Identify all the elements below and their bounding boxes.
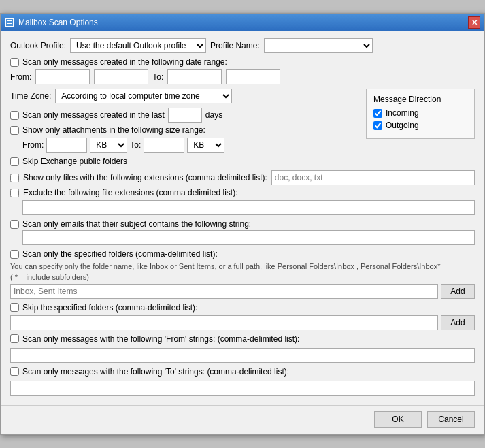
main-window: Mailbox Scan Options ✕ Outlook Profile: …: [0, 13, 485, 435]
specified-folders-add-button[interactable]: Add: [441, 284, 475, 299]
outgoing-label: Outgoing: [386, 121, 419, 130]
date-from-to-row: From: 3/ 1/2013 12:00:00 AI To: 4/ 1/201…: [10, 69, 475, 84]
attachment-size-label: Show only attachments in the following s…: [22, 125, 205, 135]
skip-folders-input[interactable]: [10, 315, 438, 330]
two-col-section: Time Zone: According to local computer t…: [10, 89, 475, 157]
ok-button[interactable]: OK: [374, 411, 422, 428]
file-ext-row: Show only files with the following exten…: [10, 170, 475, 185]
to-strings-label: Scan only messages with the following 'T…: [22, 367, 289, 377]
timezone-row: Time Zone: According to local computer t…: [10, 89, 356, 103]
subject-filter-row: Scan only emails that their subject cont…: [10, 219, 475, 229]
bottom-buttons: OK Cancel: [1, 405, 484, 434]
profile-name-label: Profile Name:: [210, 41, 260, 50]
size-from-unit[interactable]: KB: [90, 138, 127, 153]
specified-folders-label: Scan only the specified folders (comma-d…: [22, 249, 218, 259]
exclude-ext-checkbox[interactable]: [10, 189, 19, 197]
from-strings-checkbox[interactable]: [10, 334, 19, 343]
svg-rect-2: [7, 22, 12, 22]
timezone-select[interactable]: According to local computer time zone: [55, 89, 232, 103]
size-range-row: From: 0 KB To: 1000 KB: [22, 138, 356, 153]
skip-exchange-checkbox[interactable]: [10, 157, 19, 166]
last-days-label: Scan only messages created in the last: [22, 110, 165, 120]
from-time-input[interactable]: 12:00:00 AI: [94, 69, 148, 84]
to-strings-section: Scan only messages with the following 'T…: [10, 367, 475, 396]
incoming-label: Incoming: [386, 108, 419, 118]
outgoing-checkbox[interactable]: [373, 121, 382, 130]
attachment-size-checkbox-row: Show only attachments in the following s…: [10, 125, 356, 135]
title-bar-left: Mailbox Scan Options: [5, 18, 98, 27]
skip-exchange-row: Skip Exchange public folders: [10, 157, 475, 166]
date-range-checkbox[interactable]: [10, 58, 19, 67]
skip-folders-input-row: Add: [10, 315, 475, 330]
file-ext-input[interactable]: [271, 170, 475, 185]
svg-rect-3: [7, 23, 12, 24]
attachment-size-checkbox[interactable]: [10, 126, 19, 135]
file-ext-checkbox[interactable]: [10, 174, 19, 182]
exclude-ext-input[interactable]: [22, 200, 475, 215]
from-date-input[interactable]: 3/ 1/2013: [35, 69, 90, 84]
specified-folders-checkbox[interactable]: [10, 250, 19, 259]
date-range-checkbox-row: Scan only messages created in the follow…: [10, 57, 475, 67]
size-to-input[interactable]: 1000: [144, 138, 184, 153]
to-time-input[interactable]: 12:00:00 AI: [226, 69, 280, 84]
skip-folders-label: Skip the specified folders (comma-delimi…: [22, 303, 197, 313]
subject-filter-checkbox[interactable]: [10, 220, 19, 229]
to-strings-checkbox-row: Scan only messages with the following 'T…: [10, 367, 475, 377]
from-date-label: From:: [10, 72, 31, 82]
size-from-label: From:: [22, 140, 44, 150]
days-input[interactable]: 5: [168, 108, 202, 123]
from-strings-checkbox-row: Scan only messages with the following 'F…: [10, 334, 475, 344]
exclude-ext-row: Exclude the following file extensions (c…: [10, 188, 475, 197]
timezone-label: Time Zone:: [10, 91, 51, 101]
outgoing-row: Outgoing: [373, 121, 467, 130]
to-strings-input[interactable]: [10, 381, 475, 396]
outlook-profile-label: Outlook Profile:: [10, 41, 66, 50]
subject-filter-input[interactable]: [22, 230, 475, 245]
skip-folders-checkbox[interactable]: [10, 303, 19, 312]
folder-description: You can specify only the folder name, li…: [10, 261, 475, 283]
skip-folders-add-button[interactable]: Add: [441, 315, 475, 330]
size-to-label: To:: [130, 140, 141, 150]
to-strings-checkbox[interactable]: [10, 367, 19, 376]
incoming-row: Incoming: [373, 108, 467, 118]
from-strings-section: Scan only messages with the following 'F…: [10, 334, 475, 363]
outlook-profile-row: Outlook Profile: Use the default Outlook…: [10, 38, 475, 53]
outlook-profile-select[interactable]: Use the default Outlook profile: [70, 38, 206, 53]
specified-folders-input[interactable]: [10, 284, 438, 299]
from-strings-label: Scan only messages with the following 'F…: [22, 334, 299, 344]
subject-filter-label: Scan only emails that their subject cont…: [22, 219, 251, 229]
specified-folders-input-row: Add: [10, 284, 475, 299]
skip-exchange-label: Skip Exchange public folders: [22, 157, 127, 166]
window-icon: [5, 18, 14, 27]
exclude-ext-label: Exclude the following file extensions (c…: [23, 188, 237, 197]
close-button[interactable]: ✕: [468, 16, 480, 29]
file-ext-label: Show only files with the following exten…: [23, 173, 267, 182]
date-range-label: Scan only messages created in the follow…: [22, 57, 227, 67]
dialog-content: Outlook Profile: Use the default Outlook…: [1, 31, 484, 405]
cancel-button[interactable]: Cancel: [427, 411, 475, 428]
left-column: Time Zone: According to local computer t…: [10, 89, 356, 157]
to-date-input[interactable]: 4/ 1/2013: [167, 69, 222, 84]
specified-folders-checkbox-row: Scan only the specified folders (comma-d…: [10, 249, 475, 259]
days-label: days: [205, 110, 222, 120]
profile-name-select[interactable]: [264, 38, 373, 53]
svg-rect-1: [7, 20, 12, 21]
to-date-label: To:: [152, 72, 163, 82]
size-from-input[interactable]: 0: [46, 138, 87, 153]
last-days-row: Scan only messages created in the last 5…: [10, 108, 356, 123]
size-to-unit[interactable]: KB: [187, 138, 224, 153]
specified-folders-section: Scan only the specified folders (comma-d…: [10, 249, 475, 299]
skip-folders-section: Skip the specified folders (comma-delimi…: [10, 303, 475, 330]
from-strings-input[interactable]: [10, 348, 475, 363]
message-direction-title: Message Direction: [373, 95, 467, 104]
title-bar: Mailbox Scan Options ✕: [1, 14, 484, 31]
message-direction-box: Message Direction Incoming Outgoing: [366, 89, 475, 139]
window-title: Mailbox Scan Options: [18, 18, 98, 27]
incoming-checkbox[interactable]: [373, 109, 382, 118]
skip-folders-checkbox-row: Skip the specified folders (comma-delimi…: [10, 303, 475, 313]
last-days-checkbox[interactable]: [10, 111, 19, 120]
